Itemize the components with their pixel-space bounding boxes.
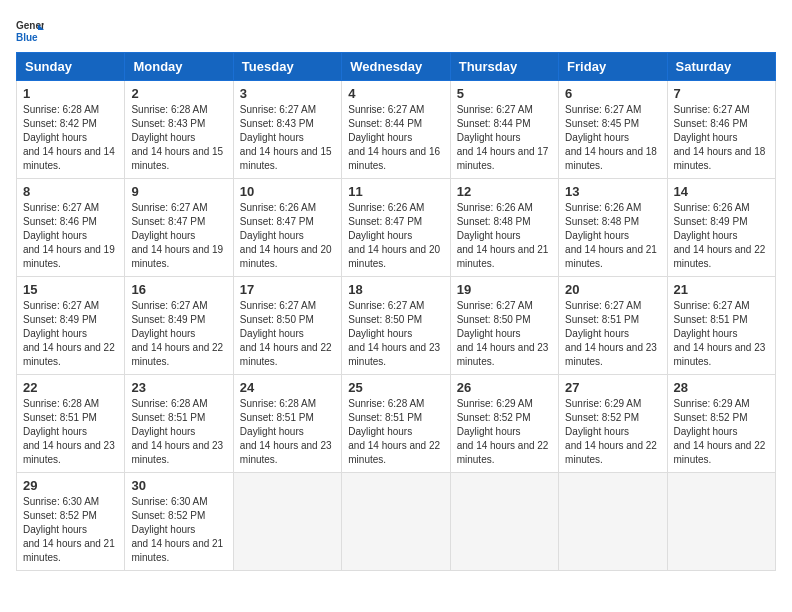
day-header-wednesday: Wednesday xyxy=(342,53,450,81)
calendar-cell: 5 Sunrise: 6:27 AM Sunset: 8:44 PM Dayli… xyxy=(450,81,558,179)
calendar-cell: 7 Sunrise: 6:27 AM Sunset: 8:46 PM Dayli… xyxy=(667,81,775,179)
day-header-friday: Friday xyxy=(559,53,667,81)
day-info: Sunrise: 6:27 AM Sunset: 8:50 PM Dayligh… xyxy=(240,299,335,369)
day-info: Sunrise: 6:26 AM Sunset: 8:48 PM Dayligh… xyxy=(565,201,660,271)
calendar-cell xyxy=(667,473,775,571)
calendar-cell xyxy=(559,473,667,571)
day-header-sunday: Sunday xyxy=(17,53,125,81)
calendar-cell xyxy=(342,473,450,571)
logo: General Blue xyxy=(16,16,48,44)
day-info: Sunrise: 6:30 AM Sunset: 8:52 PM Dayligh… xyxy=(131,495,226,565)
calendar-cell: 15 Sunrise: 6:27 AM Sunset: 8:49 PM Dayl… xyxy=(17,277,125,375)
day-number: 1 xyxy=(23,86,118,101)
calendar-cell: 21 Sunrise: 6:27 AM Sunset: 8:51 PM Dayl… xyxy=(667,277,775,375)
svg-text:Blue: Blue xyxy=(16,32,38,43)
day-info: Sunrise: 6:26 AM Sunset: 8:49 PM Dayligh… xyxy=(674,201,769,271)
day-number: 23 xyxy=(131,380,226,395)
day-number: 22 xyxy=(23,380,118,395)
day-number: 15 xyxy=(23,282,118,297)
day-number: 26 xyxy=(457,380,552,395)
day-info: Sunrise: 6:26 AM Sunset: 8:47 PM Dayligh… xyxy=(240,201,335,271)
day-number: 25 xyxy=(348,380,443,395)
calendar-cell: 9 Sunrise: 6:27 AM Sunset: 8:47 PM Dayli… xyxy=(125,179,233,277)
calendar-cell: 20 Sunrise: 6:27 AM Sunset: 8:51 PM Dayl… xyxy=(559,277,667,375)
day-number: 21 xyxy=(674,282,769,297)
days-header-row: SundayMondayTuesdayWednesdayThursdayFrid… xyxy=(17,53,776,81)
day-header-thursday: Thursday xyxy=(450,53,558,81)
day-number: 17 xyxy=(240,282,335,297)
calendar-cell xyxy=(233,473,341,571)
calendar-cell xyxy=(450,473,558,571)
day-number: 14 xyxy=(674,184,769,199)
day-info: Sunrise: 6:29 AM Sunset: 8:52 PM Dayligh… xyxy=(457,397,552,467)
day-header-saturday: Saturday xyxy=(667,53,775,81)
day-info: Sunrise: 6:29 AM Sunset: 8:52 PM Dayligh… xyxy=(674,397,769,467)
calendar-cell: 24 Sunrise: 6:28 AM Sunset: 8:51 PM Dayl… xyxy=(233,375,341,473)
day-info: Sunrise: 6:28 AM Sunset: 8:51 PM Dayligh… xyxy=(131,397,226,467)
day-info: Sunrise: 6:27 AM Sunset: 8:51 PM Dayligh… xyxy=(674,299,769,369)
calendar-cell: 10 Sunrise: 6:26 AM Sunset: 8:47 PM Dayl… xyxy=(233,179,341,277)
day-info: Sunrise: 6:28 AM Sunset: 8:42 PM Dayligh… xyxy=(23,103,118,173)
day-number: 3 xyxy=(240,86,335,101)
day-number: 9 xyxy=(131,184,226,199)
calendar-cell: 26 Sunrise: 6:29 AM Sunset: 8:52 PM Dayl… xyxy=(450,375,558,473)
calendar-cell: 6 Sunrise: 6:27 AM Sunset: 8:45 PM Dayli… xyxy=(559,81,667,179)
day-number: 6 xyxy=(565,86,660,101)
day-number: 18 xyxy=(348,282,443,297)
day-info: Sunrise: 6:27 AM Sunset: 8:49 PM Dayligh… xyxy=(23,299,118,369)
day-info: Sunrise: 6:30 AM Sunset: 8:52 PM Dayligh… xyxy=(23,495,118,565)
day-number: 8 xyxy=(23,184,118,199)
day-number: 30 xyxy=(131,478,226,493)
calendar-cell: 8 Sunrise: 6:27 AM Sunset: 8:46 PM Dayli… xyxy=(17,179,125,277)
day-info: Sunrise: 6:27 AM Sunset: 8:47 PM Dayligh… xyxy=(131,201,226,271)
calendar-cell: 17 Sunrise: 6:27 AM Sunset: 8:50 PM Dayl… xyxy=(233,277,341,375)
day-info: Sunrise: 6:27 AM Sunset: 8:50 PM Dayligh… xyxy=(348,299,443,369)
header: General Blue xyxy=(16,16,776,44)
week-row-1: 1 Sunrise: 6:28 AM Sunset: 8:42 PM Dayli… xyxy=(17,81,776,179)
day-number: 27 xyxy=(565,380,660,395)
day-info: Sunrise: 6:27 AM Sunset: 8:49 PM Dayligh… xyxy=(131,299,226,369)
calendar-cell: 29 Sunrise: 6:30 AM Sunset: 8:52 PM Dayl… xyxy=(17,473,125,571)
day-info: Sunrise: 6:26 AM Sunset: 8:48 PM Dayligh… xyxy=(457,201,552,271)
calendar-cell: 28 Sunrise: 6:29 AM Sunset: 8:52 PM Dayl… xyxy=(667,375,775,473)
day-info: Sunrise: 6:27 AM Sunset: 8:45 PM Dayligh… xyxy=(565,103,660,173)
calendar-cell: 23 Sunrise: 6:28 AM Sunset: 8:51 PM Dayl… xyxy=(125,375,233,473)
day-info: Sunrise: 6:26 AM Sunset: 8:47 PM Dayligh… xyxy=(348,201,443,271)
day-header-tuesday: Tuesday xyxy=(233,53,341,81)
calendar-cell: 30 Sunrise: 6:30 AM Sunset: 8:52 PM Dayl… xyxy=(125,473,233,571)
calendar-cell: 11 Sunrise: 6:26 AM Sunset: 8:47 PM Dayl… xyxy=(342,179,450,277)
day-info: Sunrise: 6:27 AM Sunset: 8:44 PM Dayligh… xyxy=(457,103,552,173)
day-number: 20 xyxy=(565,282,660,297)
calendar-cell: 16 Sunrise: 6:27 AM Sunset: 8:49 PM Dayl… xyxy=(125,277,233,375)
day-number: 29 xyxy=(23,478,118,493)
week-row-2: 8 Sunrise: 6:27 AM Sunset: 8:46 PM Dayli… xyxy=(17,179,776,277)
week-row-3: 15 Sunrise: 6:27 AM Sunset: 8:49 PM Dayl… xyxy=(17,277,776,375)
calendar-cell: 14 Sunrise: 6:26 AM Sunset: 8:49 PM Dayl… xyxy=(667,179,775,277)
day-number: 19 xyxy=(457,282,552,297)
calendar-cell: 1 Sunrise: 6:28 AM Sunset: 8:42 PM Dayli… xyxy=(17,81,125,179)
day-number: 10 xyxy=(240,184,335,199)
calendar-cell: 3 Sunrise: 6:27 AM Sunset: 8:43 PM Dayli… xyxy=(233,81,341,179)
calendar-cell: 25 Sunrise: 6:28 AM Sunset: 8:51 PM Dayl… xyxy=(342,375,450,473)
day-info: Sunrise: 6:27 AM Sunset: 8:43 PM Dayligh… xyxy=(240,103,335,173)
week-row-5: 29 Sunrise: 6:30 AM Sunset: 8:52 PM Dayl… xyxy=(17,473,776,571)
calendar-table: SundayMondayTuesdayWednesdayThursdayFrid… xyxy=(16,52,776,571)
logo-icon: General Blue xyxy=(16,16,44,44)
day-number: 28 xyxy=(674,380,769,395)
day-info: Sunrise: 6:27 AM Sunset: 8:50 PM Dayligh… xyxy=(457,299,552,369)
day-number: 5 xyxy=(457,86,552,101)
day-number: 13 xyxy=(565,184,660,199)
day-number: 4 xyxy=(348,86,443,101)
calendar-cell: 22 Sunrise: 6:28 AM Sunset: 8:51 PM Dayl… xyxy=(17,375,125,473)
day-info: Sunrise: 6:28 AM Sunset: 8:51 PM Dayligh… xyxy=(240,397,335,467)
day-info: Sunrise: 6:27 AM Sunset: 8:44 PM Dayligh… xyxy=(348,103,443,173)
day-info: Sunrise: 6:27 AM Sunset: 8:46 PM Dayligh… xyxy=(674,103,769,173)
day-info: Sunrise: 6:27 AM Sunset: 8:51 PM Dayligh… xyxy=(565,299,660,369)
calendar-cell: 19 Sunrise: 6:27 AM Sunset: 8:50 PM Dayl… xyxy=(450,277,558,375)
calendar-cell: 18 Sunrise: 6:27 AM Sunset: 8:50 PM Dayl… xyxy=(342,277,450,375)
day-number: 7 xyxy=(674,86,769,101)
calendar-cell: 4 Sunrise: 6:27 AM Sunset: 8:44 PM Dayli… xyxy=(342,81,450,179)
day-info: Sunrise: 6:27 AM Sunset: 8:46 PM Dayligh… xyxy=(23,201,118,271)
day-info: Sunrise: 6:28 AM Sunset: 8:51 PM Dayligh… xyxy=(348,397,443,467)
calendar-cell: 27 Sunrise: 6:29 AM Sunset: 8:52 PM Dayl… xyxy=(559,375,667,473)
